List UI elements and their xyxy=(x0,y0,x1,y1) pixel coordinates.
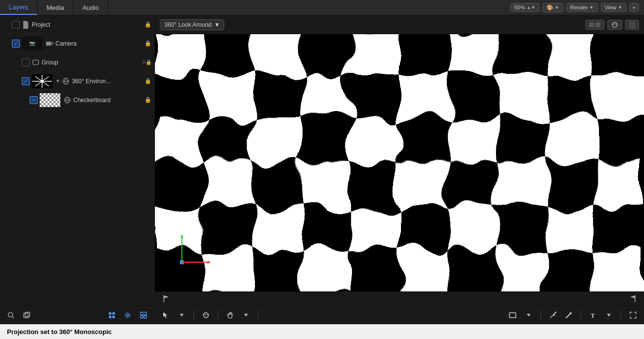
svg-rect-36 xyxy=(204,34,253,74)
render-caret: ▼ xyxy=(590,5,594,10)
svg-rect-33 xyxy=(629,21,636,28)
select-tool[interactable] xyxy=(160,309,172,321)
svg-marker-101 xyxy=(164,295,169,298)
group-icons: ≡🔒 xyxy=(143,59,151,65)
shape-tool[interactable] xyxy=(507,309,519,321)
layer-item-checkerboard[interactable]: ✓ Checkerboard 🔒 xyxy=(0,91,154,110)
settings-button[interactable] xyxy=(122,309,134,321)
svg-rect-35 xyxy=(155,34,204,74)
view-360-btn[interactable] xyxy=(607,20,622,30)
timeline-flag-button[interactable] xyxy=(160,293,172,305)
layer-item-project[interactable]: Project 🔒 xyxy=(0,15,154,34)
svg-rect-48 xyxy=(301,74,350,118)
layout-button[interactable]: ▪ xyxy=(629,3,639,12)
hand-tool[interactable] xyxy=(224,309,236,321)
view-button[interactable]: View ▼ xyxy=(601,3,627,12)
layer-checkbox-group[interactable] xyxy=(22,58,30,66)
layer-item-camera[interactable]: ✓ 📷 Camera 🔒 xyxy=(0,34,154,53)
svg-point-18 xyxy=(8,312,13,317)
svg-rect-44 xyxy=(595,34,644,74)
hand-dropdown[interactable] xyxy=(240,309,252,321)
expand-button[interactable] xyxy=(627,309,639,321)
svg-rect-84 xyxy=(595,206,644,250)
svg-rect-77 xyxy=(253,206,302,250)
main-area: Project 🔒 ✓ 📷 Camera 🔒 xyxy=(0,15,644,324)
layer-item-group[interactable]: Group ≡🔒 xyxy=(0,53,154,72)
status-text: Projection set to 360° Monoscopic xyxy=(7,328,112,336)
view-toggle-btn1[interactable] xyxy=(586,20,604,30)
top-bar-right: 50% ▲▼ 🎨 ▼ Render ▼ View ▼ ▪ xyxy=(510,3,644,12)
svg-rect-41 xyxy=(448,34,497,74)
svg-marker-105 xyxy=(180,314,184,317)
svg-rect-79 xyxy=(350,206,399,250)
svg-rect-74 xyxy=(595,162,644,206)
tab-layers[interactable]: Layers xyxy=(0,0,38,15)
view-mode-dropdown[interactable]: 360° Look Around ▼ xyxy=(160,19,224,30)
layer-thumb-checkerboard xyxy=(40,93,60,107)
svg-rect-61 xyxy=(448,118,497,163)
svg-rect-83 xyxy=(546,206,595,250)
color-icon: 🎨 xyxy=(546,4,553,11)
svg-rect-91 xyxy=(448,250,497,291)
svg-rect-50 xyxy=(399,74,448,118)
zoom-control[interactable]: 50% ▲▼ xyxy=(510,3,540,12)
color-caret: ▼ xyxy=(555,5,559,10)
timeline-end-button[interactable] xyxy=(627,293,639,305)
grid-button[interactable] xyxy=(106,309,118,321)
svg-rect-59 xyxy=(350,118,399,163)
pen-tool[interactable] xyxy=(547,309,559,321)
layer-name-360env: 360° Environ... xyxy=(72,78,143,85)
svg-rect-47 xyxy=(253,74,302,118)
svg-rect-108 xyxy=(509,313,516,318)
view-dark-btn[interactable] xyxy=(625,20,639,30)
color-control[interactable]: 🎨 ▼ xyxy=(543,3,563,12)
layer-list: Project 🔒 ✓ 📷 Camera 🔒 xyxy=(0,15,154,305)
paint-tool[interactable] xyxy=(563,309,575,321)
svg-rect-24 xyxy=(109,316,111,318)
layer-checkbox-checkerboard[interactable]: ✓ xyxy=(30,96,38,104)
svg-marker-1 xyxy=(51,42,53,45)
text-tool[interactable]: T xyxy=(587,309,599,321)
shape-dropdown[interactable] xyxy=(523,309,535,321)
svg-rect-27 xyxy=(141,312,147,315)
search-button[interactable] xyxy=(5,309,17,321)
view-mode-label: 360° Look Around xyxy=(164,21,212,28)
svg-line-19 xyxy=(12,316,14,318)
svg-rect-42 xyxy=(497,34,546,74)
select-dropdown[interactable] xyxy=(176,309,188,321)
svg-marker-103 xyxy=(630,295,635,298)
view-caret: ▼ xyxy=(618,5,622,10)
mask-tool[interactable] xyxy=(200,309,212,321)
svg-rect-63 xyxy=(546,118,595,163)
dropdown-caret: ▼ xyxy=(214,21,220,28)
svg-rect-40 xyxy=(399,34,448,74)
svg-rect-86 xyxy=(204,250,253,291)
svg-point-112 xyxy=(570,312,572,314)
tab-media[interactable]: Media xyxy=(38,0,73,15)
svg-point-106 xyxy=(203,313,208,318)
tab-audio[interactable]: Audio xyxy=(73,0,108,15)
svg-rect-30 xyxy=(589,22,594,27)
svg-rect-55 xyxy=(155,118,204,163)
tool-sep-5 xyxy=(581,311,581,320)
svg-rect-78 xyxy=(301,206,350,250)
zoom-value: 50% xyxy=(514,4,525,10)
tool-sep-3 xyxy=(258,311,258,320)
layout-view-button[interactable] xyxy=(138,309,149,321)
layer-checkbox-360env[interactable]: ✓ xyxy=(22,77,30,85)
starburst-thumb xyxy=(32,74,52,88)
svg-rect-81 xyxy=(448,206,497,250)
svg-rect-0 xyxy=(46,42,51,46)
layer-thumb-360env xyxy=(32,74,52,88)
text-dropdown[interactable] xyxy=(603,309,615,321)
layer-item-360env[interactable]: ✓ xyxy=(0,72,154,91)
layer-checkbox-camera[interactable]: ✓ xyxy=(12,40,20,48)
layer-checkbox-project[interactable] xyxy=(12,21,20,29)
canvas-top-bar: 360° Look Around ▼ xyxy=(155,15,644,34)
canvas-area: 360° Look Around ▼ xyxy=(155,15,644,324)
svg-rect-46 xyxy=(204,74,253,118)
duplicate-button[interactable] xyxy=(21,309,33,321)
render-button[interactable]: Render ▼ xyxy=(566,3,598,12)
canvas-viewport[interactable] xyxy=(155,34,644,291)
zoom-caret: ▲▼ xyxy=(527,5,536,10)
